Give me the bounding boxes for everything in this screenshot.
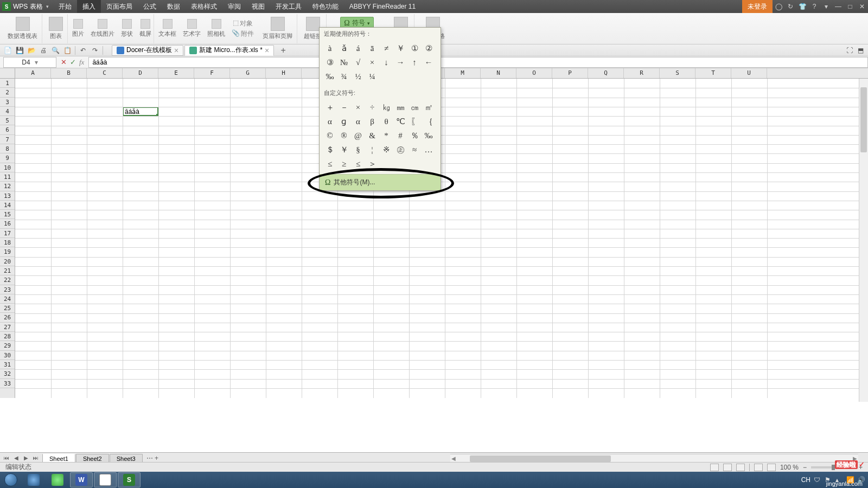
col-header[interactable]: P <box>552 68 588 78</box>
symbol-item[interactable]: ® <box>337 129 351 143</box>
row-header[interactable]: 18 <box>0 238 15 247</box>
col-header[interactable]: F <box>194 68 230 78</box>
row-header[interactable]: 29 <box>0 341 15 350</box>
select-all-corner[interactable] <box>0 68 15 78</box>
menu-tab-0[interactable]: 开始 <box>53 0 77 13</box>
menu-tab-7[interactable]: 视图 <box>246 0 270 13</box>
row-header[interactable]: 5 <box>0 116 15 125</box>
view-normal-icon[interactable] <box>710 464 719 471</box>
row-header[interactable]: 25 <box>0 304 15 313</box>
symbol-item[interactable]: ② <box>422 41 436 55</box>
col-header[interactable]: O <box>516 68 552 78</box>
symbol-item[interactable]: → <box>393 55 407 69</box>
view-fullscreen-icon[interactable] <box>767 464 776 471</box>
ime-indicator[interactable]: CH <box>801 476 810 484</box>
symbol-item[interactable]: # <box>393 129 407 143</box>
task-wps-spreadsheet[interactable]: S <box>118 472 141 487</box>
row-header[interactable]: 15 <box>0 210 15 219</box>
task-paint[interactable] <box>94 472 117 487</box>
add-tab-button[interactable]: + <box>278 46 288 55</box>
ribbon-header-footer[interactable]: 页眉和页脚 <box>258 14 297 43</box>
start-button[interactable] <box>0 472 22 488</box>
col-header[interactable]: C <box>87 68 123 78</box>
row-header[interactable]: 6 <box>0 125 15 134</box>
sheet-last-icon[interactable]: ⏭ <box>31 454 40 463</box>
active-cell[interactable]: āáǎà <box>123 107 158 116</box>
symbol-item[interactable]: * <box>379 129 393 143</box>
symbol-item[interactable]: á <box>351 41 365 55</box>
ribbon-shape[interactable]: 形状 <box>119 14 135 43</box>
col-header[interactable]: E <box>158 68 194 78</box>
name-box[interactable]: D4▾ <box>3 57 56 68</box>
symbol-item[interactable]: θ <box>379 114 393 129</box>
new-icon[interactable]: 📄 <box>3 46 12 55</box>
symbol-item[interactable]: ㊣ <box>393 143 407 157</box>
symbol-item[interactable]: ㎏ <box>379 100 393 114</box>
arrow-icon[interactable]: ▾ <box>820 0 832 13</box>
symbol-item[interactable]: ￥ <box>393 41 407 55</box>
help-icon[interactable]: ? <box>808 0 820 13</box>
symbol-item[interactable]: ǎ <box>337 41 351 55</box>
symbol-item[interactable]: § <box>351 143 365 157</box>
symbol-item[interactable]: ¦ <box>365 143 379 157</box>
col-header[interactable]: N <box>481 68 516 78</box>
export-icon[interactable]: 📋 <box>63 46 72 55</box>
row-header[interactable]: 13 <box>0 191 15 201</box>
row-header[interactable]: 19 <box>0 247 15 256</box>
row-header[interactable]: 2 <box>0 88 15 97</box>
sheet-prev-icon[interactable]: ◀ <box>12 454 21 463</box>
view-page-icon[interactable] <box>723 464 732 471</box>
row-header[interactable]: 14 <box>0 201 15 210</box>
symbol-item[interactable]: @ <box>351 129 365 143</box>
cancel-edit-icon[interactable]: ✕ <box>61 58 67 66</box>
sheet-next-icon[interactable]: ▶ <box>22 454 30 463</box>
redo-icon[interactable]: ↷ <box>91 46 99 55</box>
tray-shield-icon[interactable]: 🛡 <box>814 476 821 484</box>
row-header[interactable]: 33 <box>0 379 15 388</box>
row-header[interactable]: 3 <box>0 98 15 107</box>
row-header[interactable]: 8 <box>0 144 15 153</box>
row-header[interactable]: 23 <box>0 285 15 294</box>
vertical-scrollbar[interactable] <box>859 79 868 402</box>
formula-input[interactable]: āáǎà <box>88 57 868 68</box>
symbol-item[interactable]: ¾ <box>337 69 351 84</box>
doc-tab-1[interactable]: 新建 Micro...作表.xls *× <box>184 45 274 56</box>
symbol-item[interactable]: ÷ <box>365 100 379 114</box>
task-browser[interactable] <box>46 472 69 487</box>
symbol-item[interactable]: － <box>337 100 351 114</box>
symbol-item[interactable]: ＞ <box>365 157 379 171</box>
doc-close-icon[interactable]: × <box>174 46 178 55</box>
symbol-item[interactable]: ½ <box>351 69 365 84</box>
ribbon-screenshot[interactable]: 截屏 <box>137 14 154 43</box>
symbol-item[interactable]: α <box>351 114 365 129</box>
sheet-first-icon[interactable]: ⏮ <box>2 454 11 463</box>
symbol-item[interactable]: ↑ <box>407 55 422 69</box>
view-reading-icon[interactable] <box>754 464 763 471</box>
symbol-item[interactable]: × <box>365 55 379 69</box>
row-header[interactable]: 31 <box>0 360 15 369</box>
col-header[interactable]: R <box>624 68 660 78</box>
menu-tab-9[interactable]: 特色功能 <box>307 0 344 13</box>
col-header[interactable]: Q <box>588 68 624 78</box>
symbol-item[interactable]: ※ <box>379 143 393 157</box>
row-header[interactable]: 27 <box>0 323 15 332</box>
col-header[interactable]: M <box>445 68 481 78</box>
symbol-item[interactable]: ≤ <box>323 157 337 171</box>
row-header[interactable]: 32 <box>0 369 15 378</box>
symbol-item[interactable]: ≥ <box>337 157 351 171</box>
refresh-icon[interactable]: ↻ <box>784 0 796 13</box>
zoom-level[interactable]: 100 % <box>780 464 799 471</box>
task-wps-writer[interactable]: W <box>70 472 93 487</box>
undo-icon[interactable]: ↶ <box>79 46 87 55</box>
ribbon-pivot[interactable]: 数据透视表 <box>3 14 42 43</box>
row-header[interactable]: 9 <box>0 153 15 163</box>
symbol-item[interactable]: ￥ <box>337 143 351 157</box>
symbol-item[interactable]: × <box>351 100 365 114</box>
symbol-item[interactable]: ＄ <box>323 143 337 157</box>
sync-icon[interactable]: ◯ <box>773 0 784 13</box>
row-header[interactable]: 7 <box>0 135 15 144</box>
row-header[interactable]: 16 <box>0 219 15 228</box>
menu-tab-3[interactable]: 公式 <box>138 0 162 13</box>
row-header[interactable]: 1 <box>0 79 15 88</box>
symbol-item[interactable]: ㎜ <box>393 100 407 114</box>
